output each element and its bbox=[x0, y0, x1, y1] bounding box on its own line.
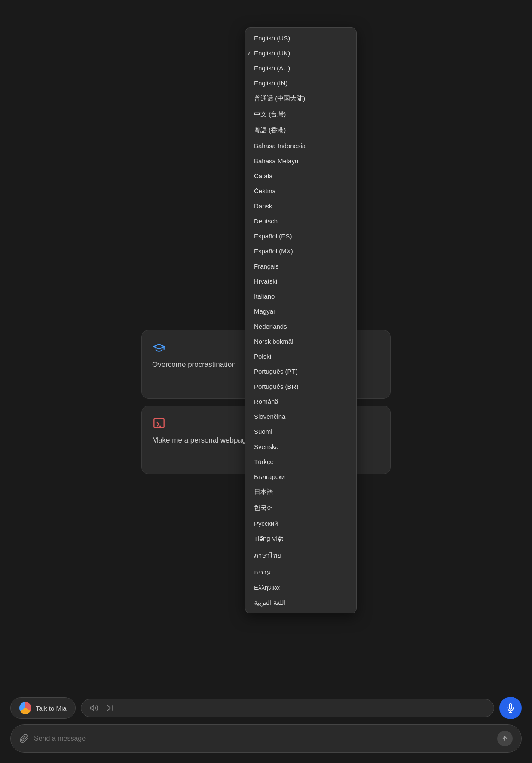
middle-controls bbox=[81, 699, 494, 717]
language-option-11[interactable]: Dansk bbox=[245, 198, 356, 214]
svg-marker-2 bbox=[90, 705, 94, 711]
language-option-label-15: Français bbox=[254, 262, 279, 270]
language-option-label-23: Português (BR) bbox=[254, 383, 298, 390]
language-option-label-17: Italiano bbox=[254, 293, 275, 300]
language-option-label-6: 粵語 (香港) bbox=[254, 126, 286, 134]
language-option-4[interactable]: 普通话 (中国大陆) bbox=[245, 91, 356, 107]
language-option-32[interactable]: Русский bbox=[245, 516, 356, 531]
language-option-22[interactable]: Português (PT) bbox=[245, 364, 356, 379]
language-option-2[interactable]: English (AU) bbox=[245, 61, 356, 76]
language-option-1[interactable]: ✓English (UK) bbox=[245, 46, 356, 61]
language-option-label-2: English (AU) bbox=[254, 64, 290, 72]
input-row bbox=[10, 724, 522, 753]
language-option-label-31: 한국어 bbox=[254, 504, 273, 512]
language-option-label-19: Nederlands bbox=[254, 323, 287, 330]
language-option-label-0: English (US) bbox=[254, 34, 290, 42]
send-button[interactable] bbox=[497, 731, 513, 746]
language-option-label-32: Русский bbox=[254, 520, 278, 527]
language-option-21[interactable]: Polski bbox=[245, 349, 356, 364]
language-option-36[interactable]: Ελληνικά bbox=[245, 580, 356, 595]
language-option-label-11: Dansk bbox=[254, 202, 272, 210]
language-option-label-18: Magyar bbox=[254, 308, 275, 315]
skip-button[interactable] bbox=[105, 704, 114, 712]
language-option-29[interactable]: Български bbox=[245, 469, 356, 484]
language-option-34[interactable]: ภาษาไทย bbox=[245, 546, 356, 565]
card-overcome-text: Overcome procrastination bbox=[152, 360, 252, 370]
language-option-label-7: Bahasa Indonesia bbox=[254, 142, 306, 150]
language-option-8[interactable]: Bahasa Melayu bbox=[245, 153, 356, 168]
language-option-30[interactable]: 日本語 bbox=[245, 484, 356, 500]
checkmark-icon: ✓ bbox=[247, 50, 252, 56]
language-option-label-35: עברית bbox=[254, 568, 271, 576]
language-option-3[interactable]: English (IN) bbox=[245, 76, 356, 91]
language-option-5[interactable]: 中文 (台灣) bbox=[245, 107, 356, 122]
language-dropdown[interactable]: English (US)✓English (UK)English (AU)Eng… bbox=[245, 27, 357, 613]
microphone-button[interactable] bbox=[499, 697, 522, 719]
language-option-35[interactable]: עברית bbox=[245, 565, 356, 580]
language-option-label-37: اللغة العربية bbox=[254, 599, 286, 607]
language-option-10[interactable]: Čeština bbox=[245, 183, 356, 198]
bottom-section: Talk to Mia bbox=[0, 690, 532, 763]
controls-row: Talk to Mia bbox=[10, 697, 522, 719]
talk-to-mia-button[interactable]: Talk to Mia bbox=[10, 697, 76, 719]
graduation-icon bbox=[152, 341, 166, 354]
language-option-9[interactable]: Català bbox=[245, 168, 356, 183]
language-option-label-9: Català bbox=[254, 172, 272, 180]
terminal-icon bbox=[152, 416, 166, 430]
language-option-37[interactable]: اللغة العربية bbox=[245, 595, 356, 610]
svg-marker-3 bbox=[107, 705, 110, 711]
language-option-0[interactable]: English (US) bbox=[245, 31, 356, 46]
language-option-17[interactable]: Italiano bbox=[245, 289, 356, 304]
language-option-19[interactable]: Nederlands bbox=[245, 319, 356, 334]
language-option-7[interactable]: Bahasa Indonesia bbox=[245, 138, 356, 153]
language-option-20[interactable]: Norsk bokmål bbox=[245, 334, 356, 349]
language-option-label-5: 中文 (台灣) bbox=[254, 110, 286, 119]
card-webpage-text: Make me a personal webpage bbox=[152, 435, 252, 446]
language-option-label-8: Bahasa Melayu bbox=[254, 157, 298, 165]
language-option-label-10: Čeština bbox=[254, 187, 276, 195]
language-option-13[interactable]: Español (ES) bbox=[245, 229, 356, 244]
language-option-label-28: Türkçe bbox=[254, 458, 274, 465]
language-option-label-24: Română bbox=[254, 398, 278, 405]
language-option-label-25: Slovenčina bbox=[254, 413, 285, 420]
language-option-label-4: 普通话 (中国大陆) bbox=[254, 95, 305, 103]
volume-button[interactable] bbox=[90, 704, 98, 712]
svg-rect-0 bbox=[154, 419, 164, 428]
language-option-label-21: Polski bbox=[254, 353, 271, 360]
language-option-25[interactable]: Slovenčina bbox=[245, 409, 356, 424]
language-option-label-33: Tiếng Việt bbox=[254, 535, 283, 543]
language-option-label-36: Ελληνικά bbox=[254, 584, 280, 591]
language-option-28[interactable]: Türkçe bbox=[245, 454, 356, 469]
language-option-label-27: Svenska bbox=[254, 443, 279, 450]
card-webpage[interactable]: Make me a personal webpage bbox=[141, 406, 263, 474]
language-option-label-20: Norsk bokmål bbox=[254, 338, 294, 345]
language-option-16[interactable]: Hrvatski bbox=[245, 274, 356, 289]
language-option-label-14: Español (MX) bbox=[254, 247, 293, 255]
language-option-23[interactable]: Português (BR) bbox=[245, 379, 356, 394]
language-option-6[interactable]: 粵語 (香港) bbox=[245, 122, 356, 138]
language-option-label-22: Português (PT) bbox=[254, 368, 298, 375]
language-option-label-34: ภาษาไทย bbox=[254, 550, 281, 561]
language-option-label-13: Español (ES) bbox=[254, 232, 292, 240]
language-option-label-1: English (UK) bbox=[254, 49, 290, 57]
language-option-label-12: Deutsch bbox=[254, 217, 278, 225]
language-option-label-30: 日本語 bbox=[254, 488, 273, 496]
language-option-14[interactable]: Español (MX) bbox=[245, 244, 356, 259]
language-option-label-3: English (IN) bbox=[254, 79, 287, 87]
language-option-31[interactable]: 한국어 bbox=[245, 500, 356, 516]
language-option-26[interactable]: Suomi bbox=[245, 424, 356, 439]
language-option-27[interactable]: Svenska bbox=[245, 439, 356, 454]
language-option-12[interactable]: Deutsch bbox=[245, 214, 356, 229]
message-input[interactable] bbox=[34, 735, 492, 742]
language-option-15[interactable]: Français bbox=[245, 259, 356, 274]
language-option-33[interactable]: Tiếng Việt bbox=[245, 531, 356, 546]
attach-button[interactable] bbox=[19, 734, 29, 743]
language-option-label-16: Hrvatski bbox=[254, 278, 277, 285]
card-overcome[interactable]: Overcome procrastination bbox=[141, 330, 263, 399]
language-option-label-26: Suomi bbox=[254, 428, 272, 435]
language-option-24[interactable]: Română bbox=[245, 394, 356, 409]
mia-avatar-icon bbox=[19, 702, 31, 714]
language-option-label-29: Български bbox=[254, 473, 285, 480]
language-option-18[interactable]: Magyar bbox=[245, 304, 356, 319]
talk-to-mia-label: Talk to Mia bbox=[36, 705, 67, 712]
